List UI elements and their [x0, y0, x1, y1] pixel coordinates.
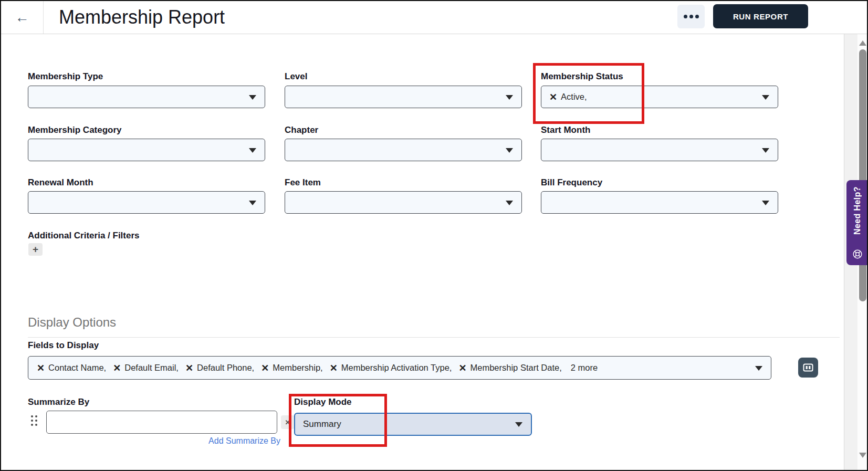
chevron-down-icon	[506, 95, 513, 100]
clear-summarize-button[interactable]: ✕	[281, 415, 295, 429]
filter-select-membership-type[interactable]	[28, 86, 265, 108]
more-fields-label: 2 more	[571, 363, 598, 373]
additional-criteria-label: Additional Criteria / Filters	[28, 231, 140, 241]
display-mode-value: Summary	[303, 419, 341, 430]
remove-icon[interactable]: ✕	[458, 363, 466, 373]
chevron-down-icon	[249, 148, 256, 153]
section-divider	[28, 337, 840, 338]
fields-to-display-select[interactable]: ✕ Contact Name, ✕ Default Email, ✕ Defau…	[28, 356, 771, 380]
fields-to-display-label: Fields to Display	[28, 340, 99, 351]
add-filter-button[interactable]: +	[28, 243, 43, 256]
ellipsis-icon	[684, 15, 687, 18]
need-help-tab[interactable]: Need Help?	[846, 180, 868, 265]
header-bar: ← Membership Report RUN REPORT	[1, 1, 867, 34]
column-layout-button[interactable]	[798, 358, 818, 378]
display-mode-label: Display Mode	[294, 397, 352, 407]
field-chip: ✕ Membership Start Date,	[458, 363, 561, 373]
remove-icon[interactable]: ✕	[185, 363, 193, 373]
filter-label-bill-frequency: Bill Frequency	[541, 177, 602, 188]
chevron-down-icon	[762, 148, 769, 153]
run-report-button[interactable]: RUN REPORT	[713, 4, 808, 28]
back-arrow-icon[interactable]: ←	[15, 11, 29, 25]
drag-handle-icon[interactable]	[31, 415, 39, 428]
filter-label-start-month: Start Month	[541, 125, 590, 135]
need-help-label: Need Help?	[853, 186, 862, 235]
summarize-by-input[interactable]	[46, 411, 277, 434]
field-chip: ✕ Default Email,	[113, 363, 179, 373]
filter-label-membership-type: Membership Type	[28, 71, 103, 82]
filter-select-renewal-month[interactable]	[28, 191, 265, 214]
help-lifering-icon	[852, 248, 863, 260]
chevron-down-icon	[762, 201, 769, 205]
filter-label-level: Level	[285, 71, 307, 82]
chevron-down-icon	[506, 148, 513, 153]
filter-select-membership-category[interactable]	[28, 139, 265, 161]
summarize-by-label: Summarize By	[28, 397, 89, 407]
add-summarize-by-link[interactable]: Add Summarize By	[46, 436, 280, 446]
field-chip: ✕ Contact Name,	[37, 363, 106, 373]
scroll-up-arrow-icon[interactable]	[859, 40, 866, 46]
chevron-down-icon	[755, 366, 762, 371]
selected-status-chip: ✕ Active,	[549, 92, 587, 102]
chevron-down-icon	[762, 95, 769, 100]
filter-label-fee-item: Fee Item	[285, 177, 321, 188]
chevron-down-icon	[506, 201, 513, 205]
field-chip: ✕ Membership,	[261, 363, 322, 373]
filter-select-start-month[interactable]	[541, 139, 778, 161]
display-mode-select[interactable]: Summary	[294, 413, 532, 436]
filter-select-chapter[interactable]	[285, 139, 522, 161]
back-button-container: ←	[1, 1, 44, 34]
chevron-down-icon	[249, 201, 256, 205]
membership-report-screen: ← Membership Report RUN REPORT Membershi…	[0, 0, 868, 471]
filter-label-chapter: Chapter	[285, 125, 318, 135]
remove-icon[interactable]: ✕	[330, 363, 338, 373]
filter-label-membership-status: Membership Status	[541, 71, 623, 82]
filter-select-level[interactable]	[285, 86, 522, 108]
page-title: Membership Report	[59, 6, 225, 28]
remove-icon[interactable]: ✕	[37, 363, 45, 373]
filter-select-fee-item[interactable]	[285, 191, 522, 214]
columns-icon	[803, 362, 813, 373]
remove-icon[interactable]: ✕	[113, 363, 121, 373]
filter-label-renewal-month: Renewal Month	[28, 177, 93, 188]
selected-status-label: Active,	[561, 92, 587, 102]
chevron-down-icon	[515, 422, 522, 427]
remove-icon[interactable]: ✕	[549, 92, 557, 102]
filter-select-bill-frequency[interactable]	[541, 191, 778, 214]
field-chip: ✕ Membership Activation Type,	[330, 363, 452, 373]
filter-select-membership-status[interactable]: ✕ Active,	[541, 86, 778, 108]
remove-icon[interactable]: ✕	[261, 363, 269, 373]
filter-label-membership-category: Membership Category	[28, 125, 122, 135]
chevron-down-icon	[249, 95, 256, 100]
scroll-down-arrow-icon[interactable]	[859, 453, 866, 458]
display-options-heading: Display Options	[28, 315, 116, 330]
more-options-button[interactable]	[677, 5, 705, 28]
field-chip: ✕ Default Phone,	[185, 363, 254, 373]
